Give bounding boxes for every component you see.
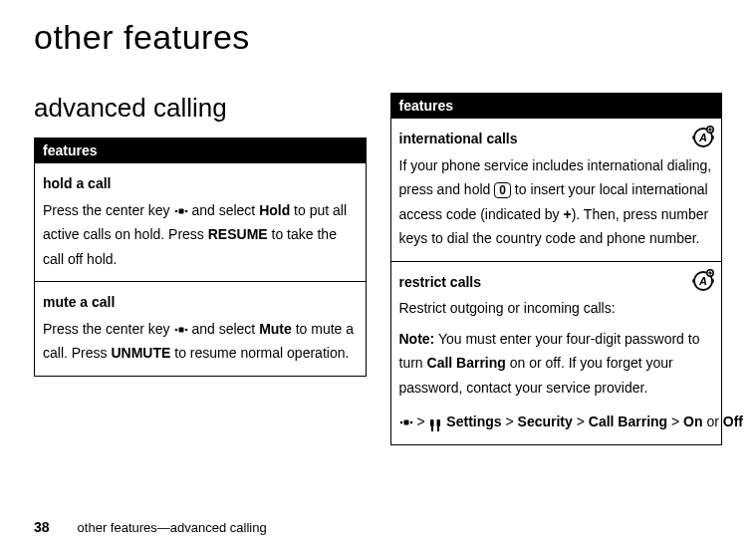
content-columns: advanced calling features hold a call Pr… [34,93,722,445]
note-text: Note: You must enter your four-digit pas… [399,327,714,401]
menu-path: > Settings > Security > Call Barring > O… [399,410,714,434]
svg-rect-20 [437,419,441,426]
gt: > [502,413,518,429]
feature-restrict-calls: A restrict calls Restrict outgoing or in… [391,261,722,444]
gt: > [573,413,589,429]
text: and select [188,202,260,218]
international-icon: A [691,268,715,292]
svg-point-18 [409,421,412,424]
svg-point-16 [399,421,402,424]
path-off: Off [723,413,743,429]
right-feature-table: features A international calls If your p… [390,93,723,445]
feature-name: international calls [399,127,714,151]
bold-mute: Mute [259,321,292,337]
path-security: Security [518,413,573,429]
text: to resume normal operation. [170,345,349,361]
svg-point-3 [174,328,177,331]
footer-text: other features—advanced calling [78,520,267,535]
international-icon: A [691,125,715,148]
table-header: features [391,94,722,118]
text: Press the center key [43,321,174,337]
feature-international-calls: A international calls If your phone serv… [391,118,722,261]
svg-point-0 [174,209,177,212]
left-feature-table: features hold a call Press the center ke… [34,137,367,377]
svg-rect-21 [431,426,433,431]
section-title: advanced calling [34,93,367,124]
settings-icon [428,415,442,429]
svg-point-2 [184,209,187,212]
zero-key-icon: 0 [494,182,511,198]
gt: > [413,413,429,429]
bold-call-barring: Call Barring [427,355,506,371]
page-footer: 38 other features—advanced calling [34,519,267,535]
feature-hold-a-call: hold a call Press the center key and sel… [35,162,366,281]
table-header: features [35,138,366,162]
path-on: On [683,413,702,429]
page-number: 38 [34,519,50,535]
gt: > [667,413,683,429]
or: or [703,413,723,429]
feature-mute-a-call: mute a call Press the center key and sel… [35,281,366,376]
svg-rect-4 [178,327,183,332]
bold-plus: + [563,206,571,222]
right-column: features A international calls If your p… [390,93,723,445]
svg-rect-22 [437,426,439,431]
page-title: other features [34,18,722,57]
left-column: advanced calling features hold a call Pr… [34,93,367,445]
svg-rect-19 [430,419,434,426]
intro-text: Restrict outgoing or incoming calls: [399,296,714,321]
svg-text:A: A [698,132,707,143]
feature-name: restrict calls [399,270,714,295]
path-call-barring: Call Barring [589,413,667,429]
svg-text:A: A [698,275,707,287]
text: and select [188,321,260,337]
feature-name: mute a call [43,290,358,315]
bold-unmute: UNMUTE [111,345,170,361]
feature-name: hold a call [43,171,358,196]
bold-hold: Hold [259,202,290,218]
note-label: Note: [399,331,435,347]
svg-rect-17 [403,420,408,425]
svg-point-5 [184,328,187,331]
text: Press the center key [43,202,174,218]
center-key-icon [174,325,188,335]
center-key-icon [399,417,413,427]
center-key-icon [174,206,188,216]
path-settings: Settings [446,413,501,429]
svg-rect-1 [178,208,183,213]
bold-resume: RESUME [208,226,268,242]
